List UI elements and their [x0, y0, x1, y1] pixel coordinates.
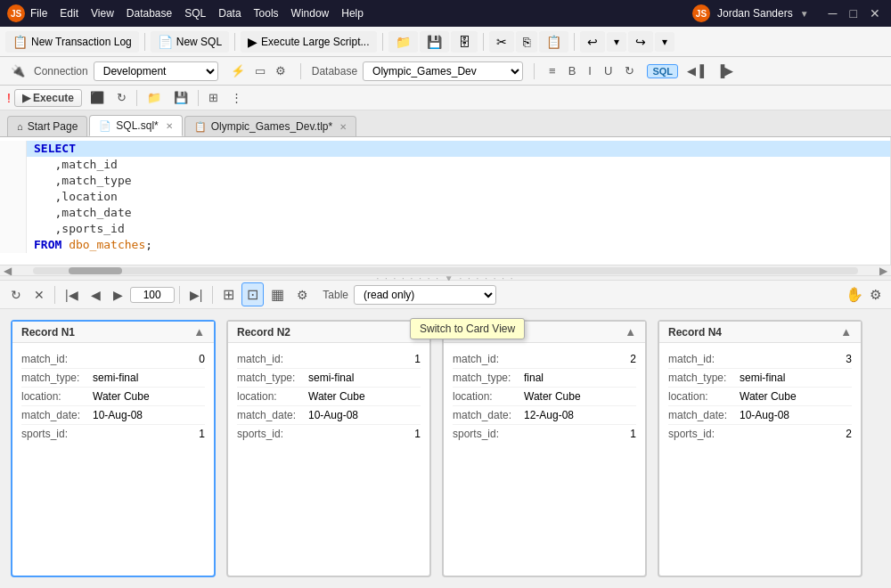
- save-all-button[interactable]: 🗄: [451, 31, 478, 53]
- new-transaction-button[interactable]: 📋 New Transaction Log: [5, 31, 139, 53]
- card-row: sports_id: 2: [668, 425, 852, 443]
- page-size-input[interactable]: [130, 287, 175, 303]
- prev-page-button[interactable]: ◀: [86, 284, 106, 306]
- hand-tool-icon[interactable]: ✋: [846, 286, 863, 303]
- sql-mode-button[interactable]: SQL: [647, 64, 678, 78]
- options-icon[interactable]: ⋮: [226, 89, 247, 106]
- load-file-icon[interactable]: 📁: [143, 89, 166, 106]
- open-button[interactable]: 📁: [388, 31, 418, 53]
- execute-bar: ! ▶ Execute ⬛ ↻ 📁 💾 ⊞ ⋮: [0, 86, 891, 110]
- undo-dropdown[interactable]: ▾: [607, 32, 626, 52]
- refresh-icon[interactable]: ↻: [621, 62, 638, 79]
- menu-tools[interactable]: Tools: [254, 7, 279, 20]
- card-n1-body: match_id: 0 match_type: semi-final locat…: [12, 343, 214, 450]
- code-editor[interactable]: SELECT ,match_id ,match_type ,location ,…: [0, 137, 891, 265]
- database-select[interactable]: Olympic_Games_Dev: [363, 61, 523, 81]
- editor-line-7: FROM dbo_matches;: [0, 237, 890, 253]
- italic-icon[interactable]: I: [584, 62, 595, 79]
- save-button[interactable]: 💾: [420, 31, 449, 53]
- tab-sql[interactable]: 📄 SQL.sql* ✕: [89, 115, 182, 136]
- scroll-thumb[interactable]: [69, 267, 122, 274]
- chevron-down-icon[interactable]: ▼: [800, 9, 809, 19]
- minimize-button[interactable]: ─: [825, 6, 841, 20]
- card-field-value: 10-Aug-08: [740, 409, 852, 421]
- tab-tlp-close[interactable]: ✕: [339, 122, 347, 132]
- card-n1-title: Record N1: [21, 326, 75, 339]
- result-toolbar: ↻ ✕ |◀ ◀ ▶ ▶| ⊞ ⊡ ▦ ⚙ Table (read only) …: [0, 281, 891, 309]
- card-n3-expand[interactable]: ▲: [625, 325, 636, 339]
- refresh-results-button[interactable]: ↻: [112, 89, 131, 106]
- disconnect-icon[interactable]: ▭: [251, 62, 269, 79]
- copy-button[interactable]: ⎘: [516, 31, 537, 53]
- warning-icon: !: [7, 91, 11, 105]
- first-page-button[interactable]: |◀: [60, 284, 84, 306]
- connection-select[interactable]: Development: [94, 61, 218, 81]
- execute-button[interactable]: ▶ Execute: [14, 89, 82, 107]
- connection-label: Connection: [34, 65, 88, 78]
- card-field-label: location:: [668, 390, 740, 403]
- undo-icon: ↩: [587, 35, 598, 49]
- redo-dropdown[interactable]: ▾: [655, 32, 674, 52]
- editor-line-5: ,match_date: [0, 205, 890, 221]
- table-mode-select[interactable]: (read only) editable: [354, 285, 496, 305]
- new-sql-button[interactable]: 📄 New SQL: [151, 31, 229, 53]
- grid-view-button[interactable]: ⊞: [217, 282, 240, 306]
- copy-icon: ⎘: [523, 35, 530, 49]
- cancel-result-button[interactable]: ✕: [29, 284, 50, 306]
- tab-start-page[interactable]: ⌂ Start Page: [7, 116, 87, 136]
- card-field-label: sports_id:: [453, 428, 524, 440]
- card-view-button[interactable]: ⊡: [241, 282, 264, 306]
- redo-button[interactable]: ↪: [628, 31, 653, 53]
- align-right-icon[interactable]: ▐▶: [713, 62, 737, 79]
- refresh-result-button[interactable]: ↻: [5, 284, 27, 306]
- underline-icon[interactable]: U: [601, 62, 616, 79]
- maximize-button[interactable]: □: [846, 6, 861, 20]
- undo-button[interactable]: ↩: [580, 31, 605, 53]
- card-field-value: Water Cube: [308, 390, 421, 403]
- align-left-icon[interactable]: ◀▐: [683, 62, 707, 79]
- menu-help[interactable]: Help: [341, 7, 364, 20]
- card-field-value: 3: [796, 353, 852, 365]
- undo-dropdown-arrow: ▾: [614, 36, 619, 48]
- record-card-n1: Record N1 ▲ match_id: 0 match_type: semi…: [11, 320, 216, 577]
- format-icon[interactable]: ≡: [545, 62, 560, 79]
- editor-horizontal-scrollbar[interactable]: ◀ ▶: [0, 265, 891, 275]
- save-results-icon[interactable]: 💾: [169, 89, 192, 106]
- next-page-button[interactable]: ▶: [108, 284, 128, 306]
- menu-sql[interactable]: SQL: [184, 7, 206, 20]
- card-row: sports_id: 1: [453, 425, 636, 443]
- stop-button[interactable]: ⬛: [86, 89, 109, 106]
- menu-view[interactable]: View: [91, 7, 114, 20]
- redo-dropdown-arrow: ▾: [662, 36, 667, 48]
- card-field-label: match_date:: [237, 409, 308, 421]
- close-button[interactable]: ✕: [866, 6, 884, 20]
- record-card-n4: Record N4 ▲ match_id: 3 match_type: semi…: [658, 320, 862, 577]
- execute-large-button[interactable]: ▶ Execute Large Script...: [241, 31, 376, 53]
- tab-tlp[interactable]: 📋 Olympic_Games_Dev.tlp* ✕: [184, 116, 357, 136]
- connection-options-icon[interactable]: ⚙: [272, 62, 290, 79]
- card-n1-expand[interactable]: ▲: [193, 325, 205, 339]
- table-view-button[interactable]: ▦: [266, 282, 290, 306]
- paste-button[interactable]: 📋: [539, 31, 568, 53]
- toolbar-separator-2: [234, 33, 235, 51]
- scroll-right-arrow[interactable]: ▶: [876, 265, 891, 276]
- cut-button[interactable]: ✂: [489, 31, 514, 53]
- table-view-icon[interactable]: ⊞: [204, 89, 223, 106]
- menu-data[interactable]: Data: [218, 7, 241, 20]
- menu-edit[interactable]: Edit: [60, 7, 78, 20]
- bold-icon[interactable]: B: [565, 62, 580, 79]
- menu-window[interactable]: Window: [291, 7, 330, 20]
- tab-sql-close[interactable]: ✕: [166, 121, 173, 131]
- menu-file[interactable]: File: [30, 7, 47, 20]
- user-name: Jordan Sanders: [717, 7, 793, 20]
- menu-database[interactable]: Database: [127, 7, 172, 20]
- filter-button[interactable]: ⚙: [291, 284, 314, 306]
- scroll-left-arrow[interactable]: ◀: [0, 265, 15, 276]
- settings-icon[interactable]: ⚙: [865, 284, 886, 306]
- card-row: match_type: final: [453, 369, 636, 388]
- card-field-value: Water Cube: [524, 390, 636, 403]
- connect-icon[interactable]: ⚡: [227, 62, 249, 79]
- card-n4-expand[interactable]: ▲: [840, 325, 852, 339]
- last-page-button[interactable]: ▶|: [184, 284, 208, 306]
- card-header-n4: Record N4 ▲: [659, 322, 861, 343]
